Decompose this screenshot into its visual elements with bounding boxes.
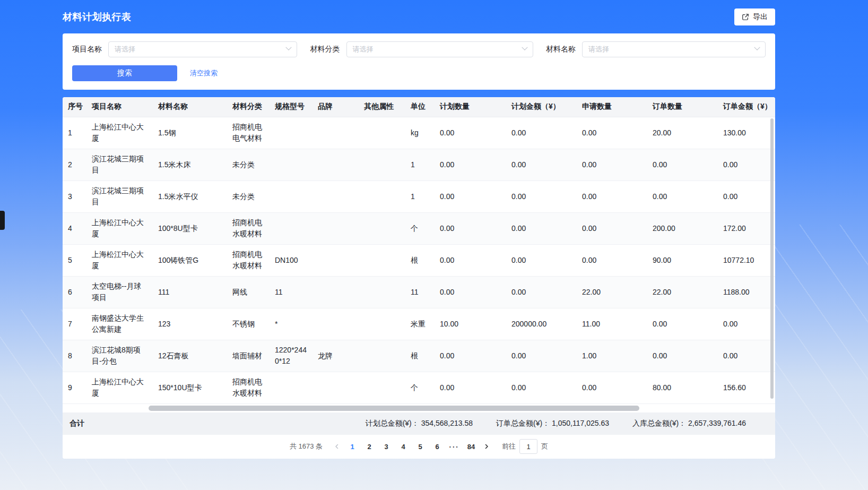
column-header: 序号	[63, 97, 86, 117]
table-cell: 11.00	[577, 308, 647, 340]
table-cell: 0.00	[647, 149, 718, 180]
table-row: 1上海松江中心大厦1.5钢招商机电电气材料kg0.000.000.0020.00…	[63, 117, 775, 149]
table-cell	[270, 372, 313, 403]
table-cell: 9	[63, 372, 86, 403]
table-cell: 7	[63, 308, 86, 340]
table-cell: 1.5钢	[153, 117, 227, 149]
table-cell: 172.00	[718, 212, 775, 244]
table-cell	[313, 117, 359, 149]
table-cell: 0.00	[435, 372, 506, 403]
table-cell: 5	[63, 244, 86, 276]
order-total-amount: 订单总金额(¥)： 1,050,117,025.63	[496, 419, 609, 428]
vertical-scrollbar[interactable]	[770, 118, 774, 399]
table-cell: 滨江花城三期项目	[86, 149, 153, 180]
material-category-select[interactable]: 请选择	[346, 41, 533, 57]
table-row: 8滨江花城8期项目-分包12石膏板墙面辅材1220*2440*12龙牌根0.00…	[63, 340, 775, 372]
page-number[interactable]: 3	[378, 443, 395, 451]
project-name-select[interactable]: 请选择	[108, 41, 297, 57]
table-cell: 0.00	[577, 372, 647, 403]
table-row: 9上海松江中心大厦150*10U型卡招商机电水暖材料个0.000.000.008…	[63, 372, 775, 403]
table-cell	[359, 149, 405, 180]
next-page-button[interactable]	[480, 440, 493, 453]
table-cell	[359, 244, 405, 276]
page-number[interactable]: 84	[463, 443, 480, 451]
table-card: 序号项目名称材料名称材料分类规格型号品牌其他属性单位计划数量计划金额（¥）申请数…	[63, 97, 775, 459]
table-cell: 0.00	[506, 340, 577, 372]
table-row: 7南钢盛达大学生公寓新建123不锈钢*米重10.00200000.0011.00…	[63, 308, 775, 340]
summary-bar: 合计 计划总金额(¥)： 354,568,213.58 订单总金额(¥)： 1,…	[63, 412, 775, 435]
table-cell: 招商机电水暖材料	[227, 212, 270, 244]
table-cell: 1	[63, 117, 86, 149]
page-number[interactable]: 1	[344, 443, 361, 451]
table-cell: 未分类	[227, 180, 270, 212]
table-cell: 0.00	[435, 117, 506, 149]
planned-total-value: 354,568,213.58	[421, 419, 473, 427]
table-cell: 0.00	[435, 149, 506, 180]
table-cell: 0.00	[435, 276, 506, 308]
column-header: 品牌	[313, 97, 359, 117]
table-cell: 0.00	[718, 308, 775, 340]
table-header-row: 序号项目名称材料名称材料分类规格型号品牌其他属性单位计划数量计划金额（¥）申请数…	[63, 97, 775, 117]
table-cell: 0.00	[577, 149, 647, 180]
filter-row: 项目名称 请选择 材料分类 请选择 材料名称 请选择	[72, 41, 766, 57]
summary-total-label: 合计	[70, 419, 84, 428]
table-cell	[359, 308, 405, 340]
data-table: 序号项目名称材料名称材料分类规格型号品牌其他属性单位计划数量计划金额（¥）申请数…	[63, 97, 775, 404]
goto-page-group: 前往 页	[502, 439, 548, 454]
horizontal-scrollbar-track	[63, 404, 775, 412]
table-cell: 12石膏板	[153, 340, 227, 372]
table-cell	[270, 212, 313, 244]
table-cell: 根	[405, 244, 435, 276]
table-cell: 22.00	[577, 276, 647, 308]
page-number[interactable]: 4	[395, 443, 412, 451]
pages-ellipsis[interactable]: ···	[446, 443, 463, 451]
table-cell	[313, 276, 359, 308]
table-cell: 招商机电水暖材料	[227, 372, 270, 403]
filter-actions: 搜索 清空搜索	[72, 65, 766, 81]
table-cell: 南钢盛达大学生公寓新建	[86, 308, 153, 340]
page-number[interactable]: 6	[429, 443, 446, 451]
table-cell: 10772.10	[718, 244, 775, 276]
prev-page-button[interactable]	[330, 440, 344, 453]
table-cell: 130.00	[718, 117, 775, 149]
table-cell: kg	[405, 117, 435, 149]
export-button-label: 导出	[753, 12, 768, 22]
summary-items: 计划总金额(¥)： 354,568,213.58 订单总金额(¥)： 1,050…	[366, 419, 768, 428]
table-cell: DN100	[270, 244, 313, 276]
table-cell	[270, 149, 313, 180]
table-cell: 个	[405, 372, 435, 403]
horizontal-scrollbar[interactable]	[149, 406, 639, 411]
filter-panel: 项目名称 请选择 材料分类 请选择 材料名称 请选择	[63, 33, 775, 90]
goto-page-suffix: 页	[541, 442, 548, 451]
table-cell: 根	[405, 340, 435, 372]
table-cell: 4	[63, 212, 86, 244]
table-cell: 90.00	[647, 244, 718, 276]
material-plan-page: 材料计划执行表 导出 项目名称 请选择 材料分类	[63, 0, 775, 459]
drawer-collapse-handle[interactable]	[0, 211, 5, 230]
planned-total-label: 计划总金额(¥)：	[366, 419, 419, 427]
table-cell: 未分类	[227, 149, 270, 180]
export-button[interactable]: 导出	[734, 8, 775, 25]
table-cell: 招商机电电气材料	[227, 117, 270, 149]
inbound-total-value: 2,657,339,761.46	[688, 419, 746, 427]
material-category-label: 材料分类	[310, 45, 340, 54]
clear-search-link[interactable]: 清空搜索	[190, 68, 218, 78]
search-button[interactable]: 搜索	[72, 65, 177, 81]
table-cell: 1.5米水平仪	[153, 180, 227, 212]
page-number[interactable]: 2	[361, 443, 378, 451]
material-name-select[interactable]: 请选择	[582, 41, 766, 57]
table-cell: 0.00	[435, 212, 506, 244]
table-cell: 米重	[405, 308, 435, 340]
chevron-down-icon	[522, 44, 527, 50]
table-cell	[313, 180, 359, 212]
table-cell: 上海松江中心大厦	[86, 212, 153, 244]
column-header: 材料名称	[153, 97, 227, 117]
table-cell: 20.00	[647, 117, 718, 149]
project-name-placeholder: 请选择	[115, 45, 135, 54]
table-cell: 个	[405, 212, 435, 244]
table-cell: 0.00	[718, 340, 775, 372]
table-cell	[313, 372, 359, 403]
table-cell: 1220*2440*12	[270, 340, 313, 372]
goto-page-input[interactable]	[519, 439, 537, 454]
page-number[interactable]: 5	[412, 443, 429, 451]
